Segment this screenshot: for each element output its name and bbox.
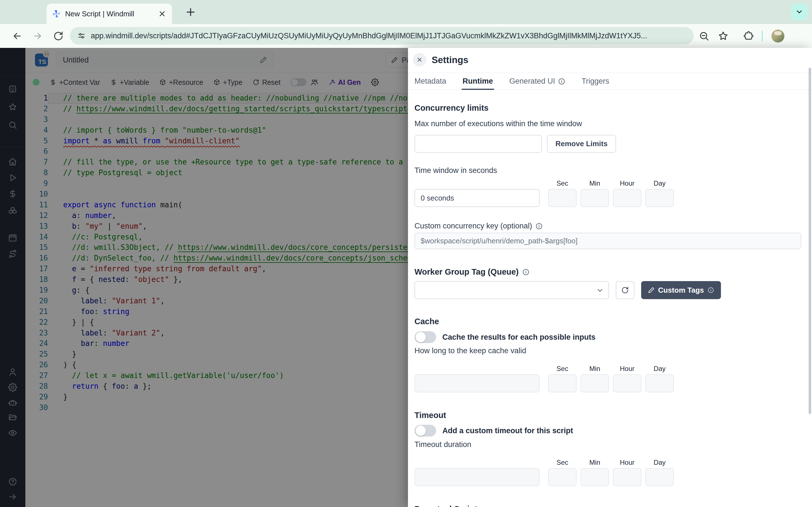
drawer-scrollbar[interactable]	[809, 68, 811, 414]
hour-input[interactable]	[613, 189, 642, 207]
tab-search-button[interactable]	[791, 4, 808, 20]
info-icon[interactable]	[536, 223, 543, 230]
tab-label: Metadata	[414, 77, 446, 86]
custom-tags-button[interactable]: Custom Tags	[641, 281, 721, 299]
worker-group-select[interactable]	[414, 281, 609, 299]
zoom-out-icon[interactable]	[699, 31, 709, 41]
timeout-heading: Timeout	[414, 411, 801, 420]
tab-triggers[interactable]: Triggers	[581, 73, 609, 90]
timeout-sec-field: Sec	[548, 459, 576, 486]
profile-avatar[interactable]	[771, 30, 784, 43]
reload-button[interactable]	[53, 31, 64, 41]
window-min-field: Min	[580, 179, 609, 207]
sec-input[interactable]	[548, 374, 576, 392]
tab-generated-ui[interactable]: Generated UI	[509, 73, 565, 90]
bookmark-star-icon[interactable]	[718, 31, 728, 41]
chevron-down-icon	[596, 286, 604, 294]
unit-label: Day	[654, 179, 666, 187]
concurrency-key-label: Custom concurrency key (optional)	[414, 222, 801, 230]
day-input[interactable]	[645, 189, 674, 207]
browser-toolbar: app.windmill.dev/scripts/add#JTdCJTIyaGF…	[0, 24, 812, 48]
tab-runtime[interactable]: Runtime	[463, 73, 493, 90]
browser-window: New Script | Windmill app.windmill.dev/s…	[0, 0, 812, 507]
extensions-icon[interactable]	[743, 31, 754, 41]
settings-drawer: Settings MetadataRuntimeGenerated UITrig…	[408, 48, 812, 507]
concurrency-key-input[interactable]	[414, 233, 801, 249]
tab-close-icon[interactable]	[158, 10, 166, 18]
day-input[interactable]	[645, 468, 674, 486]
window-day-field: Day	[645, 179, 674, 207]
timeout-min-field: Min	[580, 459, 609, 486]
address-bar[interactable]: app.windmill.dev/scripts/add#JTdCJTIyaGF…	[70, 27, 694, 45]
perpetual-heading: Perpetual Script	[414, 504, 801, 507]
cache-sec-field: Sec	[548, 365, 576, 392]
timeout-day-field: Day	[645, 459, 674, 486]
window-hour-field: Hour	[613, 179, 642, 207]
chevron-down-icon	[795, 8, 804, 16]
tab-title: New Script | Windmill	[65, 10, 158, 18]
hour-input[interactable]	[613, 374, 642, 392]
tab-label: Triggers	[581, 77, 609, 86]
remove-limits-button[interactable]: Remove Limits	[547, 135, 616, 153]
cache-duration-input[interactable]	[414, 374, 540, 392]
concurrency-heading: Concurrency limits	[414, 103, 801, 113]
unit-label: Hour	[620, 365, 635, 373]
info-icon[interactable]	[558, 78, 565, 85]
time-window-label: Time window in seconds	[414, 166, 801, 175]
max-executions-label: Max number of executions within the time…	[414, 119, 801, 128]
timeout-duration-input[interactable]	[414, 468, 540, 486]
unit-label: Hour	[620, 459, 635, 466]
unit-label: Min	[589, 365, 600, 373]
back-button[interactable]	[12, 31, 22, 41]
unit-label: Sec	[557, 179, 568, 187]
url-text: app.windmill.dev/scripts/add#JTdCJTIyaGF…	[91, 32, 647, 40]
cache-duration-label: How long to the keep cache valid	[414, 346, 801, 355]
refresh-tags-button[interactable]	[616, 281, 635, 299]
browser-tab[interactable]: New Script | Windmill	[47, 4, 172, 24]
unit-label: Hour	[620, 179, 635, 187]
unit-label: Sec	[557, 365, 568, 373]
info-icon[interactable]	[522, 269, 529, 276]
hour-input[interactable]	[613, 468, 642, 486]
min-input[interactable]	[580, 374, 609, 392]
custom-tags-label: Custom Tags	[658, 286, 704, 295]
day-input[interactable]	[645, 374, 674, 392]
cache-toggle-label: Cache the results for each possible inpu…	[442, 333, 596, 342]
cache-heading: Cache	[414, 317, 801, 326]
min-input[interactable]	[580, 468, 609, 486]
timeout-toggle[interactable]	[414, 425, 436, 437]
unit-label: Sec	[557, 459, 568, 466]
toolbar-separator	[762, 31, 763, 42]
close-icon	[416, 56, 423, 63]
pencil-icon	[648, 287, 655, 293]
windmill-favicon	[52, 10, 61, 18]
drawer-header: Settings	[408, 48, 812, 73]
site-settings-icon[interactable]	[77, 32, 86, 40]
sec-input[interactable]	[548, 189, 576, 207]
timeout-hour-field: Hour	[613, 459, 642, 486]
new-tab-button[interactable]	[185, 6, 197, 18]
close-settings-button[interactable]	[413, 53, 426, 66]
cache-day-field: Day	[645, 365, 674, 392]
timeout-duration-label: Timeout duration	[414, 440, 801, 449]
sec-input[interactable]	[548, 468, 576, 486]
drawer-title: Settings	[432, 55, 468, 65]
unit-label: Day	[654, 459, 666, 466]
worker-group-heading: Worker Group Tag (Queue)	[414, 267, 801, 277]
refresh-icon	[621, 286, 629, 294]
max-executions-input[interactable]	[414, 135, 542, 153]
info-icon	[707, 287, 714, 293]
tab-metadata[interactable]: Metadata	[414, 73, 446, 90]
min-input[interactable]	[580, 189, 609, 207]
runtime-tab-panel: Concurrency limits Max number of executi…	[414, 90, 801, 507]
drawer-backdrop[interactable]	[0, 48, 408, 507]
cache-toggle[interactable]	[414, 331, 436, 343]
forward-button[interactable]	[32, 31, 43, 41]
window-sec-field: Sec	[548, 179, 576, 207]
unit-label: Min	[589, 179, 600, 187]
unit-label: Day	[654, 365, 666, 373]
windmill-app: TS Untitled Pa +Context Var+Variable+Res…	[0, 48, 812, 507]
time-window-input[interactable]	[414, 189, 540, 207]
unit-label: Min	[589, 459, 600, 466]
browser-menu-icon[interactable]	[797, 31, 808, 41]
